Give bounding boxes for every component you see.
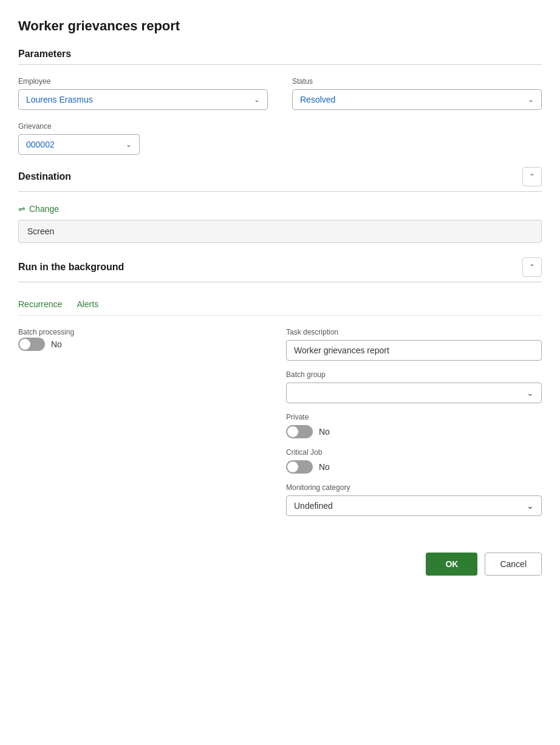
batch-toggle-row: No bbox=[18, 338, 274, 351]
background-header: Run in the background ⌃ bbox=[18, 257, 542, 277]
change-arrows-icon: ⇌ bbox=[18, 204, 26, 214]
left-column: Batch processing No bbox=[18, 328, 274, 516]
destination-header: Destination ⌃ bbox=[18, 167, 542, 186]
grievance-field-group: Grievance 000002 ⌄ bbox=[18, 122, 268, 155]
monitoring-category-group: Monitoring category Undefined ⌄ bbox=[286, 483, 542, 516]
grievance-label: Grievance bbox=[18, 122, 268, 131]
batch-processing-group: Batch processing No bbox=[18, 328, 274, 351]
task-description-input[interactable] bbox=[286, 340, 542, 361]
parameters-section: Parameters Employee Lourens Erasmus ⌄ St… bbox=[18, 49, 542, 155]
grievance-chevron-icon: ⌄ bbox=[126, 140, 132, 149]
private-toggle-row: No bbox=[286, 425, 542, 438]
private-group: Private No bbox=[286, 413, 542, 438]
background-tabs: Recurrence Alerts bbox=[18, 294, 542, 316]
critical-job-toggle-state-label: No bbox=[319, 462, 330, 472]
destination-title: Destination bbox=[18, 171, 71, 182]
ok-button[interactable]: OK bbox=[426, 553, 477, 576]
batch-toggle-state-label: No bbox=[51, 339, 62, 349]
grievance-dropdown[interactable]: 000002 ⌄ bbox=[18, 134, 140, 155]
status-chevron-icon: ⌄ bbox=[528, 95, 534, 104]
private-toggle[interactable] bbox=[286, 425, 313, 438]
monitoring-category-dropdown[interactable]: Undefined ⌄ bbox=[286, 495, 542, 516]
monitoring-category-value: Undefined bbox=[294, 501, 333, 511]
parameters-title: Parameters bbox=[18, 49, 71, 60]
monitoring-category-label: Monitoring category bbox=[286, 483, 542, 492]
grievance-value: 000002 bbox=[26, 140, 55, 149]
critical-job-group: Critical Job No bbox=[286, 448, 542, 474]
employee-label: Employee bbox=[18, 77, 268, 86]
critical-job-label: Critical Job bbox=[286, 448, 542, 457]
cancel-button[interactable]: Cancel bbox=[485, 553, 542, 576]
private-toggle-state-label: No bbox=[319, 427, 330, 437]
background-collapse-icon: ⌃ bbox=[529, 263, 535, 271]
change-label: Change bbox=[29, 204, 59, 214]
screen-input[interactable] bbox=[18, 220, 542, 243]
parameters-grid: Employee Lourens Erasmus ⌄ Status Resolv… bbox=[18, 77, 542, 155]
page-title: Worker grievances report bbox=[18, 18, 542, 34]
background-title: Run in the background bbox=[18, 262, 124, 273]
task-description-group: Task description bbox=[286, 328, 542, 361]
batch-group-chevron-icon: ⌄ bbox=[527, 388, 534, 398]
batch-processing-toggle[interactable] bbox=[18, 338, 45, 351]
task-description-label: Task description bbox=[286, 328, 542, 336]
tab-alerts[interactable]: Alerts bbox=[77, 294, 98, 315]
batch-group-dropdown[interactable]: ⌄ bbox=[286, 383, 542, 403]
batch-group-label: Batch group bbox=[286, 370, 542, 379]
footer: OK Cancel bbox=[18, 540, 542, 576]
batch-processing-label: Batch processing bbox=[18, 328, 274, 336]
parameters-header: Parameters bbox=[18, 49, 542, 60]
critical-job-toggle[interactable] bbox=[286, 460, 313, 474]
status-value: Resolved bbox=[300, 95, 335, 104]
employee-chevron-icon: ⌄ bbox=[254, 95, 260, 104]
background-collapse-button[interactable]: ⌃ bbox=[522, 257, 542, 277]
destination-divider bbox=[18, 191, 542, 192]
status-label: Status bbox=[292, 77, 542, 86]
critical-job-toggle-row: No bbox=[286, 460, 542, 474]
background-content: Batch processing No Task description Bat… bbox=[18, 328, 542, 516]
batch-group-field: Batch group ⌄ bbox=[286, 370, 542, 403]
destination-section: Destination ⌃ ⇌ Change bbox=[18, 167, 542, 243]
tab-recurrence[interactable]: Recurrence bbox=[18, 294, 62, 315]
destination-collapse-icon: ⌃ bbox=[529, 172, 535, 181]
private-label: Private bbox=[286, 413, 542, 421]
employee-value: Lourens Erasmus bbox=[26, 95, 93, 104]
background-divider bbox=[18, 282, 542, 282]
status-field-group: Status Resolved ⌄ bbox=[292, 77, 542, 110]
background-section: Run in the background ⌃ Recurrence Alert… bbox=[18, 257, 542, 516]
status-dropdown[interactable]: Resolved ⌄ bbox=[292, 89, 542, 110]
employee-dropdown[interactable]: Lourens Erasmus ⌄ bbox=[18, 89, 268, 110]
change-link[interactable]: ⇌ Change bbox=[18, 204, 542, 214]
parameters-divider bbox=[18, 64, 542, 65]
right-column: Task description Batch group ⌄ Private N… bbox=[286, 328, 542, 516]
employee-field-group: Employee Lourens Erasmus ⌄ bbox=[18, 77, 268, 110]
monitoring-category-chevron-icon: ⌄ bbox=[527, 501, 534, 511]
destination-collapse-button[interactable]: ⌃ bbox=[522, 167, 542, 186]
